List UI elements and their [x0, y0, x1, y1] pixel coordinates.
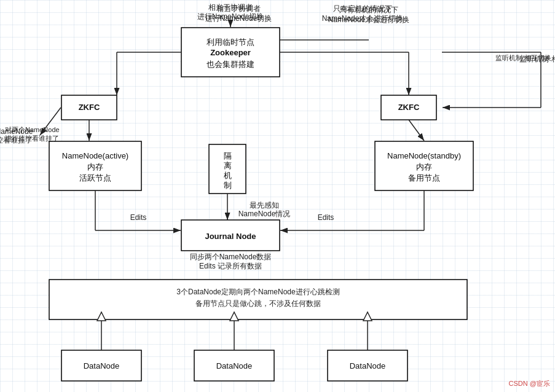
zookeeper-label3: 也会集群搭建 [207, 60, 254, 69]
namenode-standby-label2: 内存 [416, 162, 432, 171]
left-ann-2-rendered: 进行监控看谁挂了 [5, 135, 59, 142]
isolation-label4: 制 [224, 181, 232, 190]
datanode1-label: DataNode [84, 361, 120, 370]
main-canvas: 相当于协调者 进行NameNode切换 只有宕机的情况下 NameNode才会进… [0, 0, 555, 392]
zkfc-right-label: ZKFC [398, 103, 420, 112]
journal-desc1-rendered: 同步两个NameNode数据 [190, 253, 272, 261]
zkfc-left-label: ZKFC [79, 103, 100, 112]
namenode-active-label1: NameNode(active) [62, 151, 128, 160]
top-ann-1-rendered: 相当于协调者 [208, 3, 253, 12]
journal-node-label: Journal Node [205, 232, 256, 241]
isolation-label3: 机 [224, 171, 232, 180]
right-ann-1-rendered: 只有宕机的情况下 [339, 6, 398, 14]
datanode-group-desc1: 3个DataNode定期向两个NameNode进行心跳检测 [176, 288, 339, 296]
right-side-label-rendered: 监听机制 相互切换 [495, 54, 551, 61]
datanode-group-desc2: 备用节点只是做心跳，不涉及任何数据 [195, 299, 321, 308]
isolation-label2: 离 [224, 161, 232, 170]
watermark: CSDN @宦乐 [509, 380, 550, 387]
datanode2-label: DataNode [216, 361, 253, 370]
awareness-label2-rendered: NameNode情况 [238, 210, 291, 218]
namenode-active-label3: 活跃节点 [79, 173, 111, 182]
right-ann-2-rendered: NameNode才会进行切换 [328, 15, 410, 24]
namenode-standby-label1: NameNode(standby) [387, 151, 461, 160]
top-ann-2-rendered: 进行NameNode切换 [197, 12, 264, 21]
namenode-active-label2: 内存 [87, 162, 103, 171]
edits-right-label: Edits [318, 213, 334, 222]
journal-desc2-rendered: Edits 记录所有数据 [199, 262, 262, 270]
edits-left-label: Edits [130, 213, 147, 222]
namenode-standby-label3: 备用节点 [408, 173, 440, 182]
isolation-label1: 隔 [224, 151, 232, 160]
left-ann-1-rendered: 对两个NameNode [5, 126, 60, 133]
zookeeper-label2: Zookeeper [210, 48, 251, 57]
datanode3-label: DataNode [350, 361, 386, 370]
diagram-svg: 相当于协调者 进行NameNode切换 只有宕机的情况下 NameNode才会进… [0, 0, 555, 392]
zookeeper-label1: 利用临时节点 [207, 37, 254, 47]
zkfc-right-to-nn-standby [409, 120, 424, 141]
awareness-label1-rendered: 最先感知 [250, 201, 279, 210]
